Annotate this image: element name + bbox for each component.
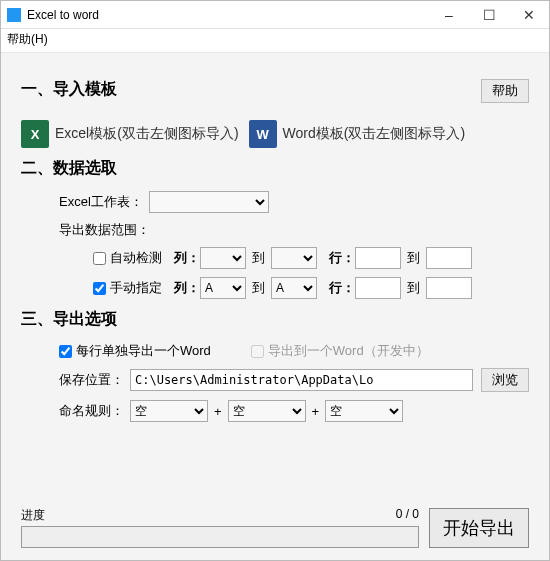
name-rule-2[interactable]: 空 bbox=[228, 400, 306, 422]
auto-col-to-select[interactable] bbox=[271, 247, 317, 269]
progress-bar bbox=[21, 526, 419, 548]
auto-col-from-select[interactable] bbox=[200, 247, 246, 269]
naming-rule-label: 命名规则： bbox=[59, 402, 124, 420]
to-label: 到 bbox=[252, 249, 265, 267]
row-label: 行： bbox=[329, 249, 355, 267]
browse-button[interactable]: 浏览 bbox=[481, 368, 529, 392]
col-label: 列： bbox=[174, 249, 200, 267]
window-title: Excel to word bbox=[27, 8, 429, 22]
auto-row-from-input[interactable] bbox=[355, 247, 401, 269]
section-2-title: 二、数据选取 bbox=[21, 158, 529, 179]
man-row-from-input[interactable] bbox=[355, 277, 401, 299]
man-col-to-select[interactable]: A bbox=[271, 277, 317, 299]
plus-1: + bbox=[214, 404, 222, 419]
to-label-2: 到 bbox=[407, 249, 420, 267]
row-label-2: 行： bbox=[329, 279, 355, 297]
excel-icon[interactable]: X bbox=[21, 120, 49, 148]
name-rule-3[interactable]: 空 bbox=[325, 400, 403, 422]
each-row-checkbox[interactable] bbox=[59, 345, 72, 358]
section-3-title: 三、导出选项 bbox=[21, 309, 529, 330]
excel-template-label: Excel模板(双击左侧图标导入) bbox=[55, 125, 239, 143]
to-label-4: 到 bbox=[407, 279, 420, 297]
section-1-title: 一、导入模板 bbox=[21, 79, 117, 100]
plus-2: + bbox=[312, 404, 320, 419]
to-label-3: 到 bbox=[252, 279, 265, 297]
manual-checkbox[interactable] bbox=[93, 282, 106, 295]
auto-detect-label: 自动检测 bbox=[110, 249, 162, 267]
worksheet-select[interactable] bbox=[149, 191, 269, 213]
start-export-button[interactable]: 开始导出 bbox=[429, 508, 529, 548]
progress-label: 进度 bbox=[21, 507, 45, 524]
col-label-2: 列： bbox=[174, 279, 200, 297]
titlebar: Excel to word – ☐ ✕ bbox=[1, 1, 549, 29]
progress-text: 0 / 0 bbox=[396, 507, 419, 524]
close-button[interactable]: ✕ bbox=[509, 1, 549, 29]
auto-row-to-input[interactable] bbox=[426, 247, 472, 269]
app-icon bbox=[7, 8, 21, 22]
menu-help[interactable]: 帮助(H) bbox=[7, 32, 48, 46]
export-range-label: 导出数据范围： bbox=[59, 221, 150, 239]
each-row-label: 每行单独导出一个Word bbox=[76, 342, 211, 360]
man-row-to-input[interactable] bbox=[426, 277, 472, 299]
word-template-label: Word模板(双击左侧图标导入) bbox=[283, 125, 466, 143]
auto-detect-checkbox[interactable] bbox=[93, 252, 106, 265]
manual-label: 手动指定 bbox=[110, 279, 162, 297]
help-button[interactable]: 帮助 bbox=[481, 79, 529, 103]
menubar: 帮助(H) bbox=[1, 29, 549, 53]
save-path-input[interactable] bbox=[130, 369, 473, 391]
minimize-button[interactable]: – bbox=[429, 1, 469, 29]
single-file-checkbox bbox=[251, 345, 264, 358]
maximize-button[interactable]: ☐ bbox=[469, 1, 509, 29]
worksheet-label: Excel工作表： bbox=[59, 193, 143, 211]
word-icon[interactable]: W bbox=[249, 120, 277, 148]
single-file-label: 导出到一个Word（开发中） bbox=[268, 342, 429, 360]
man-col-from-select[interactable]: A bbox=[200, 277, 246, 299]
name-rule-1[interactable]: 空 bbox=[130, 400, 208, 422]
save-location-label: 保存位置： bbox=[59, 371, 124, 389]
